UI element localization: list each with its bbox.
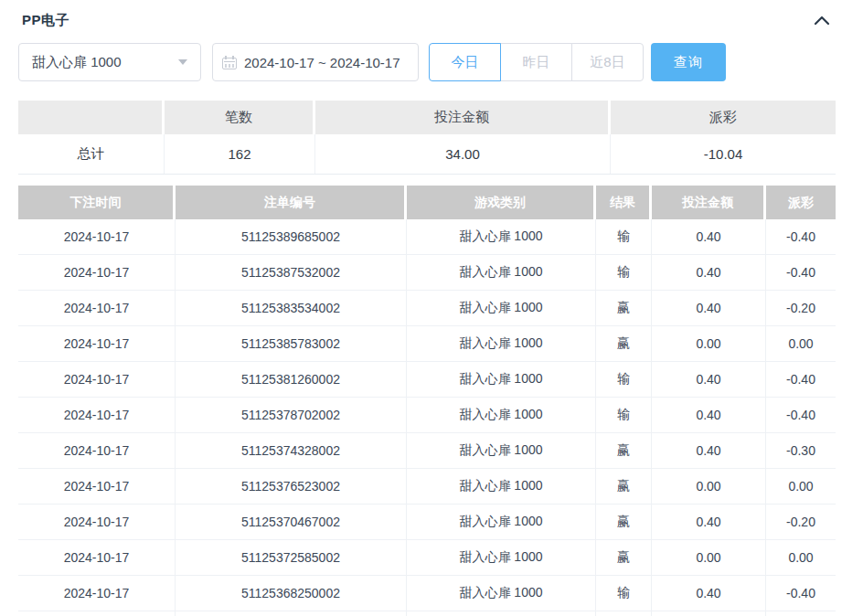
cell-bet-id: 51125385783002: [176, 326, 407, 361]
cell-result: 赢: [596, 326, 652, 361]
cell-bet-time: 2024-10-17: [18, 433, 176, 468]
bets-table-header: 下注时间 注单编号 游戏类别 结果 投注金额 派彩: [18, 186, 836, 219]
game-select-value: 甜入心扉 1000: [32, 54, 122, 71]
cell-bet-id: 51125365368002: [176, 611, 407, 616]
panel-header: PP电子: [18, 0, 836, 36]
cell-game-type: 甜入心扉 1000: [407, 255, 596, 290]
cell-bet-id: 51125383534002: [176, 291, 407, 325]
cell-bet-amount: 0.40: [652, 362, 766, 397]
cell-bet-time: 2024-10-17: [18, 540, 176, 575]
cell-bet-id: 51125368250002: [176, 576, 407, 611]
collapse-button[interactable]: [812, 10, 832, 30]
cell-game-type: 甜入心扉 1000: [407, 540, 596, 575]
cell-bet-time: 2024-10-17: [18, 504, 176, 539]
table-row: 2024-10-1751125368250002甜入心扉 1000输0.40-0…: [18, 576, 836, 611]
cell-payout: 0.00: [766, 469, 836, 504]
summary-total-label: 总计: [18, 134, 165, 174]
filter-bar: 甜入心扉 1000 2024-10-17 ~ 2024-10-17 今日 昨日 …: [18, 43, 836, 81]
cell-bet-id: 51125387532002: [176, 255, 407, 290]
cell-result: 赢: [596, 433, 652, 468]
summary-header-empty: [18, 101, 165, 134]
cell-bet-amount: 0.40: [652, 433, 766, 468]
cell-bet-time: 2024-10-17: [18, 469, 176, 504]
cell-game-type: 甜入心扉 1000: [407, 219, 596, 254]
cell-bet-time: 2024-10-17: [18, 611, 176, 616]
cell-game-type: 甜入心扉 1000: [407, 433, 596, 468]
table-row: 2024-10-1751125387532002甜入心扉 1000输0.40-0…: [18, 255, 836, 291]
cell-bet-id: 51125374328002: [176, 433, 407, 468]
quick-range-group: 今日 昨日 近8日: [429, 43, 644, 81]
cell-result: 赢: [596, 469, 652, 504]
col-bet-time: 下注时间: [18, 186, 176, 219]
summary-total-payout: -10.04: [611, 134, 836, 174]
cell-payout: -0.40: [766, 398, 836, 432]
cell-game-type: 甜入心扉 1000: [407, 576, 596, 611]
cell-bet-time: 2024-10-17: [18, 576, 176, 611]
calendar-icon: [222, 56, 237, 69]
cell-bet-amount: 0.40: [652, 255, 766, 290]
query-button[interactable]: 查询: [651, 43, 726, 81]
cell-payout: -0.30: [766, 433, 836, 468]
cell-payout: -0.20: [766, 504, 836, 539]
summary-table: 笔数 投注金额 派彩 总计 162 34.00 -10.04: [18, 101, 836, 175]
summary-total-row: 总计 162 34.00 -10.04: [18, 134, 836, 175]
col-payout: 派彩: [766, 186, 836, 219]
cell-result: 输: [596, 576, 652, 611]
game-select[interactable]: 甜入心扉 1000: [18, 43, 201, 81]
cell-bet-id: 51125376523002: [176, 469, 407, 504]
col-bet-amount: 投注金额: [652, 186, 766, 219]
cell-game-type: 甜入心扉 1000: [407, 291, 596, 325]
cell-bet-time: 2024-10-17: [18, 219, 176, 254]
date-range-value: 2024-10-17 ~ 2024-10-17: [244, 55, 400, 70]
table-row: 2024-10-1751125372585002甜入心扉 1000赢0.000.…: [18, 540, 836, 576]
chevron-down-icon: [178, 59, 187, 65]
cell-bet-id: 51125372585002: [176, 540, 407, 575]
cell-payout: -0.40: [766, 362, 836, 397]
pp-electronic-panel: PP电子 甜入心扉 1000 2024-10-17 ~ 2024-10-17 今…: [0, 0, 863, 616]
col-result: 结果: [596, 186, 652, 219]
today-button[interactable]: 今日: [429, 43, 501, 81]
table-row: 2024-10-1751125389685002甜入心扉 1000输0.40-0…: [18, 219, 836, 255]
col-game-type: 游戏类别: [407, 186, 596, 219]
summary-total-count: 162: [165, 134, 315, 174]
table-row: 2024-10-1751125385783002甜入心扉 1000赢0.000.…: [18, 326, 836, 362]
date-range-input[interactable]: 2024-10-17 ~ 2024-10-17: [212, 43, 419, 81]
cell-bet-id: 51125381260002: [176, 362, 407, 397]
cell-bet-time: 2024-10-17: [18, 362, 176, 397]
last-8-days-button[interactable]: 近8日: [571, 43, 644, 81]
cell-bet-id: 51125378702002: [176, 398, 407, 432]
cell-payout: 0.00: [766, 611, 836, 616]
table-row: 2024-10-1751125376523002甜入心扉 1000赢0.000.…: [18, 469, 836, 504]
cell-bet-amount: 0.00: [652, 326, 766, 361]
cell-bet-id: 51125389685002: [176, 219, 407, 254]
cell-game-type: 甜入心扉 1000: [407, 611, 596, 616]
summary-header-count: 笔数: [165, 101, 315, 134]
cell-result: 输: [596, 255, 652, 290]
table-row: 2024-10-1751125370467002甜入心扉 1000赢0.40-0…: [18, 504, 836, 540]
cell-result: 输: [596, 362, 652, 397]
summary-header-payout: 派彩: [611, 101, 836, 134]
cell-game-type: 甜入心扉 1000: [407, 469, 596, 504]
table-row: 2024-10-1751125374328002甜入心扉 1000赢0.40-0…: [18, 433, 836, 469]
cell-bet-time: 2024-10-17: [18, 291, 176, 325]
cell-bet-time: 2024-10-17: [18, 398, 176, 432]
cell-bet-amount: 0.00: [652, 611, 766, 616]
table-row: 2024-10-1751125378702002甜入心扉 1000输0.40-0…: [18, 398, 836, 433]
cell-result: 赢: [596, 504, 652, 539]
cell-bet-amount: 0.40: [652, 576, 766, 611]
table-row: 2024-10-1751125381260002甜入心扉 1000输0.40-0…: [18, 362, 836, 398]
cell-payout: 0.00: [766, 540, 836, 575]
cell-payout: -0.40: [766, 219, 836, 254]
cell-payout: 0.00: [766, 326, 836, 361]
cell-bet-time: 2024-10-17: [18, 255, 176, 290]
cell-result: 输: [596, 219, 652, 254]
cell-payout: -0.20: [766, 291, 836, 325]
table-row: 2024-10-1751125383534002甜入心扉 1000赢0.40-0…: [18, 291, 836, 326]
cell-bet-id: 51125370467002: [176, 504, 407, 539]
summary-total-bet-amount: 34.00: [315, 134, 611, 174]
cell-bet-amount: 0.40: [652, 504, 766, 539]
cell-bet-amount: 0.00: [652, 469, 766, 504]
bets-table: 下注时间 注单编号 游戏类别 结果 投注金额 派彩 2024-10-175112…: [18, 186, 836, 616]
yesterday-button[interactable]: 昨日: [500, 43, 572, 81]
cell-result: 赢: [596, 540, 652, 575]
